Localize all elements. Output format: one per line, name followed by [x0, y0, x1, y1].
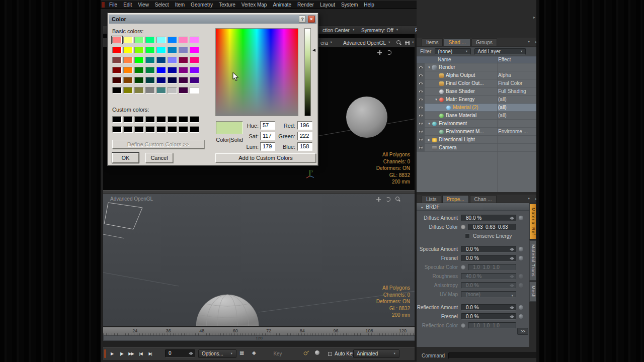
- ok-button[interactable]: OK: [112, 153, 139, 163]
- cancel-button[interactable]: Cancel: [145, 153, 173, 163]
- custom-color-swatch[interactable]: [179, 116, 188, 123]
- basic-color-swatch[interactable]: [156, 47, 166, 53]
- dial-knob[interactable]: [519, 305, 523, 310]
- basic-color-swatch[interactable]: [134, 57, 144, 63]
- shader-tree-row[interactable]: Base Material(all): [417, 112, 536, 120]
- section-header-brdf[interactable]: ▼BRDF: [417, 203, 529, 211]
- basic-color-swatch[interactable]: [145, 57, 155, 63]
- basic-color-swatch[interactable]: [179, 77, 188, 83]
- custom-color-swatch[interactable]: [190, 116, 199, 123]
- menu-item-file[interactable]: File: [106, 2, 120, 8]
- menu-item-layout[interactable]: Layout: [317, 2, 338, 8]
- step-back-button[interactable]: |◀: [136, 349, 145, 358]
- basic-color-swatch[interactable]: [112, 57, 122, 63]
- custom-color-swatch[interactable]: [134, 126, 144, 133]
- pan-icon[interactable]: [377, 50, 382, 55]
- basic-color-swatch[interactable]: [123, 47, 133, 53]
- basic-color-swatch[interactable]: [179, 37, 188, 43]
- shader-tree-row[interactable]: ▼Matr: Energy(all): [417, 96, 536, 104]
- dial-knob[interactable]: [519, 216, 523, 220]
- add-layer-dropdown[interactable]: Add Layer▼: [474, 48, 526, 55]
- spinner-icon[interactable]: [510, 275, 514, 279]
- shader-tree-row[interactable]: Camera: [417, 144, 536, 152]
- hue-input[interactable]: 57: [260, 121, 275, 130]
- value-field[interactable]: 0.0 %: [461, 304, 516, 311]
- visibility-toggle[interactable]: [417, 71, 425, 79]
- tab-prope[interactable]: Prope...: [442, 195, 469, 203]
- magnifier-icon[interactable]: [396, 40, 401, 46]
- column-name[interactable]: Name: [438, 57, 451, 62]
- value-field[interactable]: 80.0 %: [461, 215, 516, 221]
- menu-item-geometry[interactable]: Geometry: [188, 2, 216, 8]
- dial-knob[interactable]: [519, 247, 523, 251]
- basic-color-swatch[interactable]: [156, 87, 166, 94]
- basic-color-swatch[interactable]: [156, 57, 166, 63]
- green-input[interactable]: 222: [297, 132, 312, 140]
- orbit-icon[interactable]: [387, 50, 391, 55]
- frame-input[interactable]: 0: [165, 349, 195, 357]
- value-field[interactable]: 0.0 %: [461, 313, 516, 320]
- visibility-toggle[interactable]: [417, 136, 425, 144]
- basic-color-swatch[interactable]: [168, 47, 177, 53]
- marker-icon[interactable]: ◆: [252, 350, 256, 355]
- basic-color-swatch[interactable]: [190, 37, 199, 43]
- basic-color-swatch[interactable]: [190, 57, 199, 63]
- basic-color-swatch[interactable]: [179, 87, 188, 94]
- custom-color-swatch[interactable]: [179, 126, 188, 133]
- step-forward-button[interactable]: |▶: [117, 349, 126, 358]
- dial-knob[interactable]: [519, 283, 523, 288]
- menu-item-vertex-map[interactable]: Vertex Map: [238, 2, 270, 8]
- basic-color-swatch[interactable]: [134, 47, 144, 53]
- define-custom-colors-button[interactable]: Define Custom Colors >>: [112, 140, 204, 149]
- viewport-main[interactable]: Advanced OpenGL All PolygonsChannels: 0D…: [103, 194, 415, 326]
- luminance-slider-handle[interactable]: [312, 49, 315, 52]
- basic-color-swatch[interactable]: [168, 67, 177, 73]
- basic-color-swatch[interactable]: [145, 77, 155, 83]
- key-icon[interactable]: [303, 349, 309, 356]
- visibility-toggle[interactable]: [417, 104, 425, 112]
- custom-color-swatch[interactable]: [123, 116, 133, 123]
- value-field[interactable]: 1.0 1.0 1.0: [468, 264, 516, 270]
- menu-item-view[interactable]: View: [135, 2, 152, 8]
- lum-input[interactable]: 179: [260, 142, 275, 151]
- visibility-toggle[interactable]: [417, 87, 425, 96]
- spinner-icon[interactable]: [510, 257, 514, 260]
- column-effect[interactable]: Effect: [498, 57, 511, 62]
- expander-icon[interactable]: ▼: [434, 96, 439, 104]
- basic-color-swatch[interactable]: [112, 77, 122, 83]
- tab-groups[interactable]: Groups: [471, 38, 497, 46]
- menu-item-system[interactable]: System: [338, 2, 361, 8]
- value-field[interactable]: 0.0 %: [461, 282, 516, 289]
- header-chevron-icon[interactable]: ▼: [412, 40, 414, 46]
- panel-chevron-icon[interactable]: ▸: [533, 15, 535, 20]
- shader-tree-row[interactable]: Alpha OutputAlpha: [417, 71, 536, 79]
- sat-input[interactable]: 117: [260, 132, 275, 140]
- basic-color-swatch[interactable]: [123, 87, 133, 94]
- value-field[interactable]: 0.63 0.63 0.63: [468, 224, 516, 230]
- custom-color-swatch[interactable]: [134, 116, 144, 123]
- basic-color-swatch[interactable]: [134, 87, 144, 94]
- tab-chan[interactable]: Chan ...: [470, 195, 497, 203]
- dial-knob[interactable]: [519, 256, 523, 260]
- side-tab-mesh[interactable]: Mesh: [529, 282, 536, 302]
- toolbar-dropdown-1[interactable]: Symmetry: Off▼: [361, 27, 398, 34]
- visibility-toggle[interactable]: [417, 96, 425, 104]
- basic-color-swatch[interactable]: [168, 77, 177, 83]
- basic-color-swatch[interactable]: [134, 67, 144, 73]
- hue-saturation-field[interactable]: [215, 28, 298, 116]
- shader-tree-row[interactable]: Environment M...Environme ...: [417, 128, 536, 136]
- color-swatch[interactable]: [461, 225, 465, 229]
- shader-tree-row[interactable]: ▼Render: [417, 63, 536, 71]
- options-button[interactable]: Options...▼: [198, 349, 236, 358]
- expander-icon[interactable]: ▼: [427, 63, 432, 71]
- basic-color-swatch[interactable]: [145, 87, 155, 94]
- timeline-ruler[interactable]: 24364860728496108120: [103, 327, 415, 335]
- basic-color-swatch[interactable]: [179, 67, 188, 73]
- menu-item-render[interactable]: Render: [294, 2, 317, 8]
- dialog-title-bar[interactable]: Color: [109, 15, 316, 24]
- visibility-toggle[interactable]: [417, 79, 425, 87]
- viewport-camera-dropdown[interactable]: era▼: [320, 40, 333, 46]
- tab-overflow-icon[interactable]: ▼: [528, 197, 530, 200]
- shader-tree-row[interactable]: Final Color Out...Final Color: [417, 79, 536, 87]
- go-to-end-button[interactable]: ▶|: [146, 349, 154, 358]
